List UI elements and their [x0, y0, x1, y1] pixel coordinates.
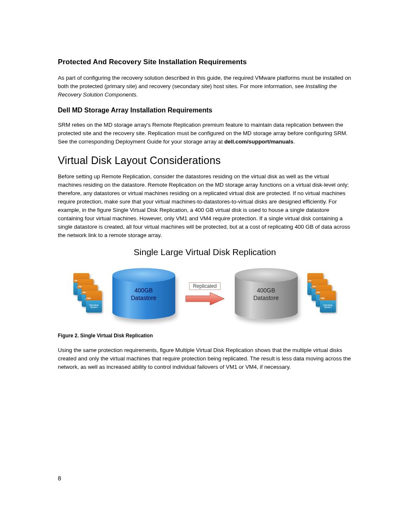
paragraph-dell-md: SRM relies on the MD storage array's Rem…	[58, 121, 352, 146]
heading-protected-recovery: Protected And Recovery Site Installation…	[58, 58, 352, 66]
figure-row: VM4Operating System VM3Operating System …	[58, 265, 352, 323]
heading-dell-md: Dell MD Storage Array Installation Requi…	[58, 107, 352, 114]
cylinder-label: Datastore	[131, 294, 156, 302]
cylinder-label: Datastore	[253, 294, 279, 302]
arrow-label: Replicated	[189, 282, 221, 290]
cylinder-size: 400GB	[257, 287, 275, 294]
text: .	[294, 138, 295, 145]
paragraph-followup: Using the same protection requirements, …	[58, 346, 352, 371]
cylinder-body: 400GB Datastore	[235, 269, 298, 319]
cylinder-top	[112, 268, 175, 282]
cylinder-source: 400GB Datastore	[110, 265, 177, 323]
vm-label: VM1	[86, 291, 102, 300]
paragraph-considerations: Before setting up Remote Replication, co…	[58, 172, 352, 240]
text-bold-link: dell.com/support/manuals	[224, 138, 294, 145]
arrow-icon	[185, 292, 225, 306]
vm-stack-left: VM4Operating System VM3Operating System …	[73, 273, 103, 315]
cylinder-size: 400GB	[135, 287, 153, 294]
vm-label: VM1	[320, 291, 336, 300]
page-number: 8	[58, 475, 61, 482]
paragraph-intro: As part of configuring the recovery solu…	[58, 74, 352, 99]
arrow-replicated: Replicated	[185, 282, 225, 306]
vm-os-label: Operating System	[86, 300, 102, 313]
vm-stack-right: VM4Operating System VM3Operating System …	[307, 273, 337, 315]
text: .	[136, 91, 138, 98]
svg-marker-0	[186, 292, 224, 305]
cylinder-body: 400GB Datastore	[112, 269, 175, 319]
text: SRM relies on the MD storage array's Rem…	[58, 122, 348, 145]
cylinder-target: 400GB Datastore	[233, 265, 300, 323]
figure-title: Single Large Virtual Disk Replication	[58, 247, 352, 257]
vm-card: VM1Operating System	[86, 291, 102, 313]
heading-virtual-disk-layout: Virtual Disk Layout Considerations	[58, 154, 352, 167]
figure-single-large-replication: Single Large Virtual Disk Replication VM…	[58, 247, 352, 339]
figure-caption: Figure 2. Single Virtual Disk Replicatio…	[58, 333, 352, 339]
vm-os-label: Operating System	[320, 300, 336, 313]
vm-card: VM1Operating System	[320, 291, 336, 313]
cylinder-top	[235, 268, 298, 282]
